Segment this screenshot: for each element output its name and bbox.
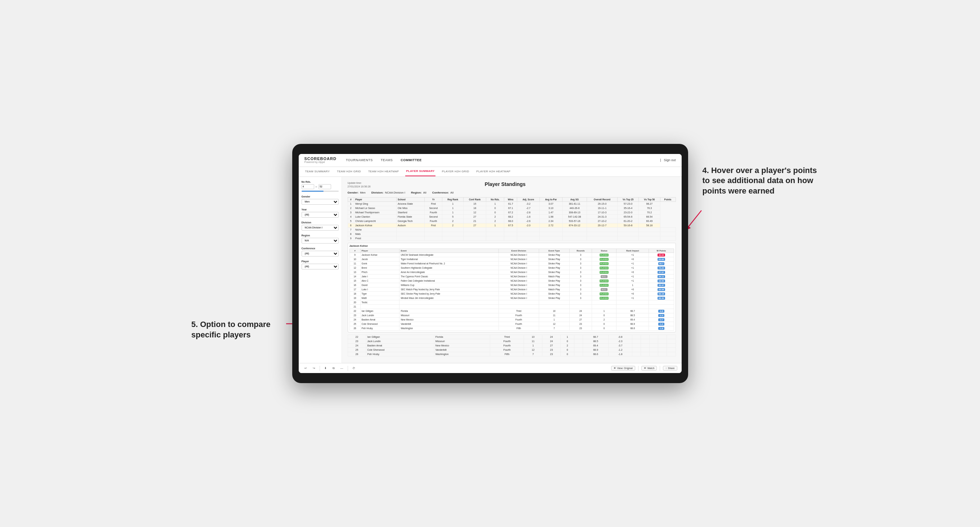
subnav-player-h2h-grid[interactable]: PLAYER H2H GRID bbox=[441, 167, 470, 176]
hover-cell[interactable]: 16.50 bbox=[649, 279, 674, 283]
standings-cell: 27 bbox=[463, 224, 486, 228]
subnav-player-summary[interactable]: PLAYER SUMMARY bbox=[405, 167, 435, 176]
extended-cell bbox=[632, 348, 641, 352]
standings-cell: 2 bbox=[486, 219, 504, 224]
extended-cell: 68.7 bbox=[583, 335, 608, 339]
standings-cell[interactable] bbox=[660, 228, 676, 232]
subnav-player-h2h-heatmap[interactable]: PLAYER H2H HEATMAP bbox=[476, 167, 511, 176]
standings-cell: 20-12-7 bbox=[587, 224, 617, 228]
standings-cell: 2.34 bbox=[539, 219, 562, 224]
standings-cell bbox=[397, 232, 425, 237]
hover-cell[interactable]: -2.3 bbox=[649, 313, 674, 317]
hover-cell[interactable]: 40.7 bbox=[649, 262, 674, 266]
sidebar-player-section: Player (All) bbox=[302, 260, 339, 270]
standings-cell: 50-16-8 bbox=[617, 224, 638, 228]
extended-cell bbox=[658, 352, 667, 357]
standings-cell: Michael Thorbjornsen bbox=[354, 210, 396, 215]
hover-cell: 3 bbox=[570, 292, 592, 296]
hover-cell: 3 bbox=[570, 275, 592, 279]
extended-standings-row: 24Bastien AmatNew MexicoFourth127269.4-3… bbox=[348, 344, 676, 348]
hover-cell: Bastien Amat bbox=[360, 317, 399, 322]
hover-cell[interactable]: 30.47 bbox=[649, 283, 674, 287]
hover-cell[interactable]: 66.40 bbox=[649, 296, 674, 300]
hover-cell: 3 bbox=[570, 257, 592, 262]
hover-cell: 24 bbox=[570, 309, 592, 313]
sidebar-conference-select[interactable]: (All) bbox=[302, 251, 339, 257]
hover-cell: Amer An Intercollegiate bbox=[399, 270, 499, 275]
hover-cell: Luke I bbox=[360, 287, 399, 292]
redo-button[interactable]: ↪ bbox=[311, 366, 317, 370]
view-icon: 👁 bbox=[614, 367, 616, 370]
sidebar-no-rds-min[interactable] bbox=[302, 184, 314, 189]
standings-cell: 6 bbox=[348, 224, 354, 228]
col-avg-to-par: Avg to-Par bbox=[539, 197, 562, 202]
hover-cell[interactable]: -1.2 bbox=[649, 322, 674, 326]
standings-cell: 1 bbox=[486, 224, 504, 228]
sidebar-year-select[interactable]: (All) bbox=[302, 212, 339, 217]
hover-cell[interactable]: 42.64 bbox=[649, 253, 674, 257]
hover-cell[interactable]: 73.23 bbox=[649, 266, 674, 270]
standings-cell: 67.1 bbox=[504, 206, 517, 210]
dash-button[interactable]: — bbox=[339, 366, 345, 370]
hover-cell[interactable]: -1.8 bbox=[649, 326, 674, 330]
hover-cell[interactable]: -0.8 bbox=[649, 309, 674, 313]
hcol-w-points: W Points bbox=[649, 249, 674, 253]
standings-cell: 5 bbox=[442, 215, 463, 219]
copy-button[interactable]: ⧉ bbox=[331, 366, 336, 371]
subnav-team-h2h-heatmap[interactable]: TEAM H2H HEATMAP bbox=[368, 167, 400, 176]
standings-cell bbox=[486, 232, 504, 237]
standings-cell: -3.2 bbox=[517, 202, 539, 206]
hover-cell[interactable]: 24.11 bbox=[649, 275, 674, 279]
section-title: Player Standings bbox=[371, 181, 640, 187]
standings-cell bbox=[639, 237, 660, 241]
nav-tournaments[interactable]: TOURNAMENTS bbox=[345, 158, 374, 162]
sidebar-no-rds-max[interactable] bbox=[318, 184, 331, 189]
clock-button[interactable]: ⏱ bbox=[351, 366, 357, 370]
watch-icon: 👁 bbox=[644, 367, 646, 370]
col-vs-top-50: Vs Top 50 bbox=[639, 197, 660, 202]
extended-cell bbox=[632, 344, 641, 348]
no-rds-slider[interactable] bbox=[302, 190, 339, 192]
undo-button[interactable]: ↩ bbox=[303, 366, 309, 370]
standings-cell: 68.0 bbox=[504, 219, 517, 224]
sidebar-player-select[interactable]: (All) bbox=[302, 264, 339, 270]
extended-cell: 27 bbox=[542, 344, 561, 348]
hover-cell: 68.7 bbox=[617, 309, 649, 313]
hover-cell[interactable]: 56.18 bbox=[649, 292, 674, 296]
hover-cell[interactable]: 53.60 bbox=[649, 257, 674, 262]
standings-cell[interactable] bbox=[660, 237, 676, 241]
hover-cell[interactable]: 25.58 bbox=[649, 287, 674, 292]
hover-cell: 1 bbox=[592, 309, 616, 313]
subnav-team-summary[interactable]: TEAM SUMMARY bbox=[304, 167, 331, 176]
standings-cell bbox=[425, 228, 442, 232]
nav-teams[interactable]: TEAMS bbox=[380, 158, 394, 162]
filter-row: Gender: Men Division: NCAA Division I Re… bbox=[348, 191, 676, 194]
download-button[interactable]: ⬇ bbox=[323, 366, 328, 370]
standings-cell: -2.7 bbox=[517, 206, 539, 210]
standings-cell: 4 bbox=[348, 215, 354, 219]
sign-out-link[interactable]: Sign out bbox=[663, 158, 676, 162]
extended-cell bbox=[650, 352, 658, 357]
standings-cell: 308-69-13 bbox=[562, 210, 587, 215]
sidebar-region-select[interactable]: N/A bbox=[302, 238, 339, 243]
hover-cell: 14 bbox=[350, 275, 360, 279]
standings-cell[interactable] bbox=[660, 232, 676, 237]
watch-button[interactable]: 👁 Watch bbox=[641, 366, 657, 370]
hover-cell[interactable]: -3.7 bbox=[649, 317, 674, 322]
hover-cell[interactable] bbox=[649, 305, 674, 309]
hover-cell[interactable]: 37.57 bbox=[649, 270, 674, 275]
hover-cell: PLAYED bbox=[592, 279, 616, 283]
hover-cell[interactable] bbox=[649, 300, 674, 305]
view-original-button[interactable]: 👁 View: Original bbox=[611, 366, 635, 370]
subnav-team-h2h-grid[interactable]: TEAM H2H GRID bbox=[336, 167, 362, 176]
sidebar-gender-select[interactable]: Men bbox=[302, 199, 339, 205]
standings-row: 8Mats bbox=[348, 232, 676, 237]
hover-cell: Missouri bbox=[399, 313, 499, 317]
nav-committee[interactable]: COMMITTEE bbox=[400, 158, 423, 162]
sidebar-division-select[interactable]: NCAA Division I bbox=[302, 225, 339, 230]
hover-cell: 68.9 bbox=[617, 322, 649, 326]
share-button[interactable]: ↑ Share bbox=[663, 366, 677, 370]
nav-links: TOURNAMENTS TEAMS COMMITTEE bbox=[345, 158, 651, 162]
standings-cell: 27-10-2 bbox=[587, 219, 617, 224]
standings-cell bbox=[517, 228, 539, 232]
